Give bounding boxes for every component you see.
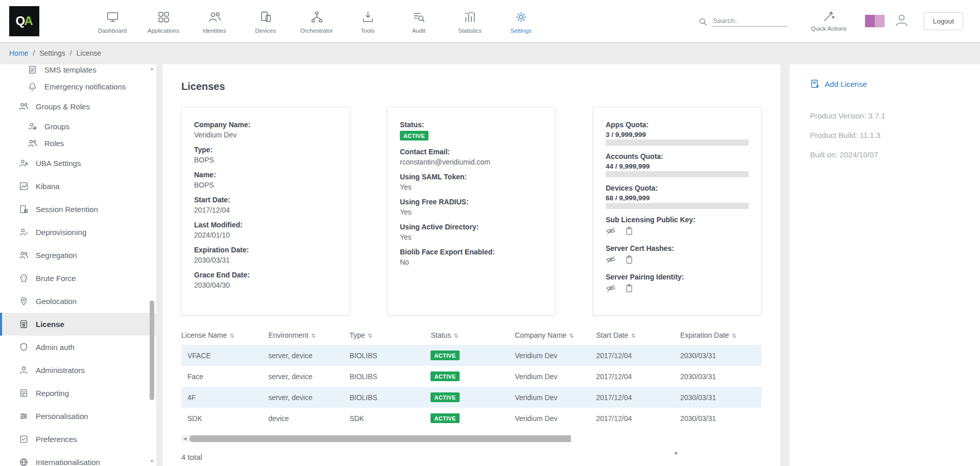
field-value: BOPS [194, 181, 337, 189]
cell-expiration-date: 2030/03/31 [680, 345, 761, 366]
field-label: Expiration Date: [194, 246, 337, 254]
sidebar-item-sms-templates[interactable]: SMS templates [0, 64, 156, 78]
field-label: Type: [194, 146, 337, 154]
add-license-button[interactable]: Add License [810, 79, 980, 89]
sidebar-scrollbar-thumb[interactable] [150, 300, 154, 400]
shield-icon [19, 342, 29, 352]
table-header-row: License Name Environment Type Status Com… [181, 325, 761, 345]
sidebar-item-groups-roles[interactable]: Groups & Roles [0, 95, 156, 118]
nav-item-tools[interactable]: Tools [342, 8, 393, 34]
sidebar-item-groups[interactable]: Groups [0, 118, 156, 135]
secret-label: Server Pairing Identity: [606, 273, 749, 281]
document-icon [28, 65, 37, 75]
sidebar-item-emergency-notifications[interactable]: Emergency notifications [0, 78, 156, 95]
sidebar-item-deprovisioning[interactable]: Deprovisioning [0, 221, 156, 244]
cell-status: ACTIVE [431, 345, 515, 366]
field-value: No [400, 258, 543, 266]
column-header-company-name[interactable]: Company Name [515, 325, 596, 345]
horizontal-scrollbar-thumb[interactable] [189, 435, 602, 442]
sidebar-item-internationalisation[interactable]: Internationalisation [0, 451, 156, 466]
quick-actions-button[interactable]: Quick Actions [811, 10, 847, 32]
scroll-left-arrow[interactable] [181, 435, 188, 442]
right-panel: Add License Product Version: 3.7.1 Produ… [790, 64, 980, 466]
scroll-right-arrow[interactable] [571, 435, 761, 449]
status-badge: ACTIVE [431, 351, 459, 360]
eye-off-icon[interactable] [606, 283, 616, 293]
sort-icon[interactable] [569, 333, 573, 339]
field-value: BOPS [194, 156, 337, 164]
sidebar-item-license[interactable]: License [0, 313, 156, 336]
status-badge: ACTIVE [431, 371, 459, 381]
user-avatar[interactable] [894, 12, 910, 30]
top-bar: QA Dashboard Applications Identities Dev… [0, 0, 980, 42]
sort-icon[interactable] [631, 333, 635, 339]
table-row[interactable]: Face server, device BIOLIBS ACTIVE Verid… [181, 366, 761, 387]
nav-item-dashboard[interactable]: Dashboard [87, 8, 138, 34]
sidebar-item-kibana[interactable]: Kibana [0, 175, 156, 198]
swatch-color-secondary [875, 15, 885, 27]
copy-icon[interactable] [624, 254, 634, 265]
column-header-status[interactable]: Status [431, 325, 515, 345]
column-header-license-name[interactable]: License Name [181, 325, 268, 345]
cell-type: SDK [349, 408, 431, 429]
breadcrumb: Home Settings License [0, 42, 980, 64]
eye-off-icon[interactable] [606, 226, 616, 236]
license-status-card: Status: ACTIVE Contact Email: rconstanti… [387, 107, 556, 315]
scroll-down-arrow[interactable] [149, 458, 155, 465]
licenses-table: License Name Environment Type Status Com… [181, 325, 761, 429]
theme-color-swatch[interactable] [865, 15, 885, 27]
sidebar-item-brute-force[interactable]: Brute Force [0, 267, 156, 290]
copy-icon[interactable] [624, 283, 634, 293]
sidebar-item-preferences[interactable]: Preferences [0, 428, 156, 451]
nav-item-statistics[interactable]: Statistics [444, 8, 495, 34]
scroll-up-arrow[interactable] [149, 65, 155, 73]
sidebar-item-roles[interactable]: Roles [0, 135, 156, 152]
nav-item-orchestrator[interactable]: Orchestrator [291, 8, 342, 34]
breadcrumb-settings[interactable]: Settings [39, 49, 65, 57]
report-document-icon [19, 388, 29, 398]
secret-label: Server Cert Hashes: [606, 244, 749, 252]
column-header-expiration-date[interactable]: Expiration Date [680, 325, 761, 345]
sort-icon[interactable] [311, 333, 316, 339]
column-header-type[interactable]: Type [349, 325, 431, 345]
field-label: Biolib Face Export Enabled: [400, 248, 543, 256]
column-header-start-date[interactable]: Start Date [596, 325, 680, 345]
app-logo[interactable]: QA [9, 6, 39, 36]
sidebar-item-personalisation[interactable]: Personalisation [0, 405, 156, 428]
nav-item-settings[interactable]: Settings [495, 8, 546, 34]
nav-item-devices[interactable]: Devices [240, 8, 291, 34]
license-info-card: Company Name: Veridium Dev Type: BOPS Na… [181, 107, 350, 315]
sort-icon[interactable] [453, 333, 458, 339]
sidebar-item-admin-auth[interactable]: Admin auth [0, 336, 156, 359]
personalisation-icon [19, 411, 29, 421]
sidebar-item-geolocation[interactable]: Geolocation [0, 290, 156, 313]
field-value: Yes [400, 233, 543, 241]
identities-icon [208, 10, 222, 24]
quota-progress-bar [606, 203, 749, 209]
nav-item-applications[interactable]: Applications [138, 8, 189, 34]
sidebar-item-uba-settings[interactable]: UBA Settings [0, 152, 156, 175]
eye-off-icon[interactable] [606, 254, 616, 265]
column-header-environment[interactable]: Environment [268, 325, 349, 345]
search-input[interactable] [712, 15, 787, 27]
field-label: Last Modified: [194, 221, 337, 229]
sidebar-item-reporting[interactable]: Reporting [0, 382, 156, 405]
sidebar-item-administrators[interactable]: Administrators [0, 359, 156, 382]
field-label: Using Free RADIUS: [400, 198, 543, 206]
sidebar-item-segregation[interactable]: Segregation [0, 244, 156, 267]
sort-icon[interactable] [368, 333, 372, 339]
logout-button[interactable]: Logout [924, 12, 963, 30]
search-icon[interactable] [698, 17, 708, 27]
breadcrumb-home[interactable]: Home [9, 49, 28, 57]
nav-item-audit[interactable]: Audit [393, 8, 444, 34]
sidebar-item-session-retention[interactable]: Session Retention [0, 198, 156, 221]
copy-icon[interactable] [624, 226, 634, 236]
sort-icon[interactable] [732, 333, 736, 339]
field-label: Name: [194, 171, 337, 179]
table-row[interactable]: VFACE server, device BIOLIBS ACTIVE Veri… [181, 345, 761, 366]
nav-item-identities[interactable]: Identities [189, 8, 240, 34]
cell-company-name: Veridium Dev [515, 366, 596, 387]
sort-icon[interactable] [230, 333, 234, 339]
table-row[interactable]: 4F server, device BIOLIBS ACTIVE Veridiu… [181, 387, 761, 408]
table-row[interactable]: SDK device SDK ACTIVE Veridium Dev 2017/… [181, 408, 761, 429]
